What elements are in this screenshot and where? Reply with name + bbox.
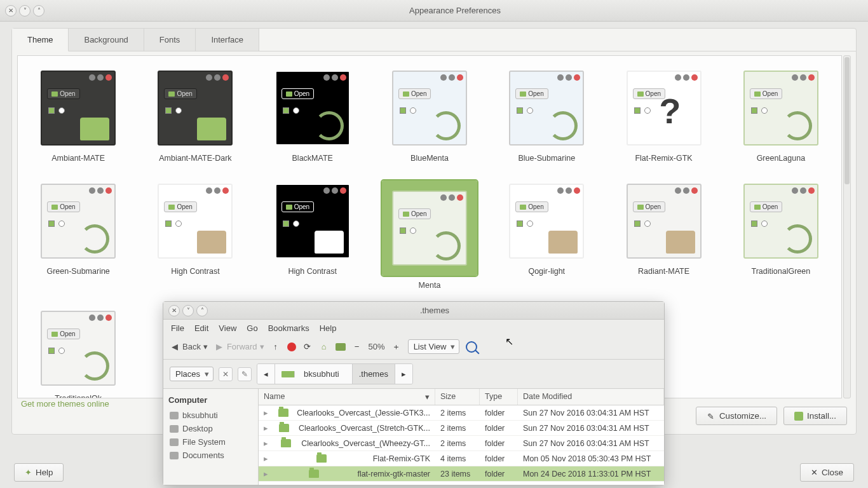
get-more-themes-link[interactable]: Get more themes online	[21, 399, 109, 409]
file-name: Flat-Remix-GTK	[373, 454, 430, 463]
view-selector[interactable]: List View	[408, 339, 460, 354]
folder-icon	[316, 454, 327, 463]
table-row[interactable]: ▸Clearlooks_Overcast_(Stretch-GTK...2 it…	[259, 421, 664, 436]
breadcrumb-forward-icon[interactable]: ▸	[395, 364, 412, 384]
file-rows: ▸Clearlooks_Overcast_(Jessie-GTK3...2 it…	[259, 405, 664, 482]
fm-sidebar: Computer bksubhuti Desktop File System D…	[163, 389, 259, 485]
col-type[interactable]: Type	[480, 389, 518, 405]
table-row[interactable]: ▸Clearlooks_Overcast_(Jessie-GTK3...2 it…	[259, 405, 664, 421]
expand-icon[interactable]: ▸	[264, 438, 270, 448]
theme-item[interactable]: OpenRadiant-MATE	[611, 180, 716, 290]
theme-item[interactable]: Open?Flat-Remix-GTK	[611, 67, 716, 163]
tab-interface[interactable]: Interface	[196, 29, 259, 51]
breadcrumb-back-icon[interactable]: ◂	[257, 364, 275, 384]
fm-window-minimize-icon[interactable]: ˅	[182, 305, 194, 316]
menu-help[interactable]: Help	[320, 323, 337, 333]
sidebar-item-documents[interactable]: Documents	[168, 449, 253, 462]
theme-item[interactable]: OpenAmbiant-MATE	[25, 67, 131, 163]
fm-window-close-icon[interactable]: ✕	[168, 305, 180, 316]
theme-label: Ambiant-MATE-Dark	[159, 154, 231, 163]
file-name: flat-remix-gtk-master	[357, 470, 430, 478]
scrollbar-thumb[interactable]	[844, 57, 850, 184]
expand-icon[interactable]: ▸	[264, 408, 270, 417]
window-minimize-icon[interactable]: ˅	[19, 5, 31, 17]
sidebar-item-filesystem[interactable]: File System	[168, 435, 253, 449]
theme-item[interactable]: OpenGreen-Submarine	[25, 180, 131, 290]
menu-bookmarks[interactable]: Bookmarks	[268, 323, 309, 333]
menu-file[interactable]: File	[171, 323, 184, 333]
theme-item[interactable]: OpenHigh Contrast	[260, 180, 365, 290]
expand-icon[interactable]: ▸	[264, 469, 270, 478]
fm-toolbar: ◀Back ▾ ▶Forward ▾ ↑ ⟳ ⌂ − 50% ＋ List Vi…	[163, 337, 664, 360]
col-size[interactable]: Size	[435, 389, 480, 405]
sidebar-item-desktop[interactable]: Desktop	[168, 422, 253, 435]
forward-button: ▶Forward ▾	[214, 342, 264, 352]
fm-titlebar: ✕ ˅ ˄ .themes	[163, 302, 664, 320]
theme-label: High Contrast	[288, 267, 336, 276]
tab-fonts[interactable]: Fonts	[144, 29, 196, 51]
sidebar-close-icon[interactable]: ✕	[219, 367, 233, 381]
theme-item[interactable]: OpenTraditionalOk	[25, 308, 131, 398]
fm-window-maximize-icon[interactable]: ˄	[196, 305, 208, 316]
reload-icon[interactable]: ⟳	[302, 342, 313, 352]
tab-theme[interactable]: Theme	[12, 29, 69, 51]
file-type: folder	[480, 467, 518, 481]
filesystem-icon	[170, 438, 179, 446]
fm-menubar: File Edit View Go Bookmarks Help	[163, 320, 664, 337]
file-size: 2 items	[435, 421, 480, 435]
expand-icon[interactable]: ▸	[264, 423, 270, 433]
scrollbar[interactable]	[843, 55, 851, 398]
breadcrumb-home[interactable]: bksubhuti	[275, 364, 353, 384]
chevron-down-icon[interactable]: ▾	[203, 342, 208, 351]
file-name: Clearlooks_Overcast_(Stretch-GTK...	[299, 424, 430, 433]
file-size: 2 items	[435, 406, 480, 420]
theme-label: TraditionalGreen	[752, 267, 811, 276]
theme-item[interactable]: OpenMenta	[377, 180, 482, 290]
tab-background[interactable]: Background	[69, 29, 144, 51]
file-type: folder	[480, 452, 518, 466]
places-selector[interactable]: Places	[170, 367, 214, 381]
theme-item[interactable]: OpenHigh Contrast	[142, 180, 248, 290]
col-date[interactable]: Date Modified	[518, 389, 664, 405]
fm-list-pane: Name▾ Size Type Date Modified ▸Clearlook…	[259, 389, 664, 485]
breadcrumb-current[interactable]: .themes	[353, 364, 395, 384]
theme-item[interactable]: OpenBlue-Submarine	[494, 67, 599, 163]
theme-item[interactable]: OpenGreenLaguna	[728, 67, 834, 163]
up-icon[interactable]: ↑	[271, 342, 281, 352]
computer-icon[interactable]	[336, 343, 346, 351]
menu-go[interactable]: Go	[247, 323, 257, 333]
col-name[interactable]: Name▾	[259, 389, 435, 405]
window-maximize-icon[interactable]: ˄	[33, 5, 44, 17]
theme-item[interactable]: OpenBlueMenta	[377, 67, 482, 163]
stop-icon[interactable]	[287, 342, 296, 351]
zoom-out-icon[interactable]: −	[352, 342, 362, 352]
file-date: Sun 27 Nov 2016 03:04:31 AM HST	[518, 406, 664, 420]
search-icon[interactable]	[466, 341, 477, 353]
theme-item[interactable]: OpenTraditionalGreen	[728, 180, 834, 290]
theme-label: High Contrast	[171, 267, 219, 276]
customize-button[interactable]: ✎Customize...	[696, 407, 777, 425]
theme-item[interactable]: OpenQogir-light	[494, 180, 599, 290]
menu-view[interactable]: View	[219, 323, 236, 333]
file-name: Clearlooks_Overcast_(Wheezy-GT...	[301, 439, 430, 448]
drive-icon	[170, 412, 179, 419]
theme-item[interactable]: OpenBlackMATE	[260, 67, 365, 163]
table-row[interactable]: ▸Flat-Remix-GTK4 itemsfolderMon 05 Nov 2…	[259, 451, 664, 466]
table-row[interactable]: ▸flat-remix-gtk-master23 itemsfolderMon …	[259, 466, 664, 482]
file-name: Clearlooks_Overcast_(Jessie-GTK3...	[297, 409, 430, 417]
home-icon[interactable]: ⌂	[319, 342, 329, 352]
close-button[interactable]: ✕Close	[800, 463, 854, 482]
window-close-icon[interactable]: ✕	[5, 5, 17, 17]
zoom-in-icon[interactable]: ＋	[391, 342, 402, 352]
expand-icon[interactable]: ▸	[264, 454, 270, 463]
sidebar-item-home[interactable]: bksubhuti	[168, 409, 253, 422]
help-button[interactable]: ✦Help	[14, 463, 64, 482]
fm-window-title: .themes	[210, 306, 659, 315]
theme-item[interactable]: OpenAmbiant-MATE-Dark	[142, 67, 248, 163]
menu-edit[interactable]: Edit	[194, 323, 208, 333]
back-button[interactable]: ◀Back ▾	[170, 342, 208, 352]
install-button[interactable]: Install...	[783, 407, 847, 425]
table-row[interactable]: ▸Clearlooks_Overcast_(Wheezy-GT...2 item…	[259, 436, 664, 451]
edit-path-icon[interactable]: ✎	[238, 367, 252, 381]
file-date: Mon 05 Nov 2018 05:30:43 PM HST	[518, 452, 664, 466]
